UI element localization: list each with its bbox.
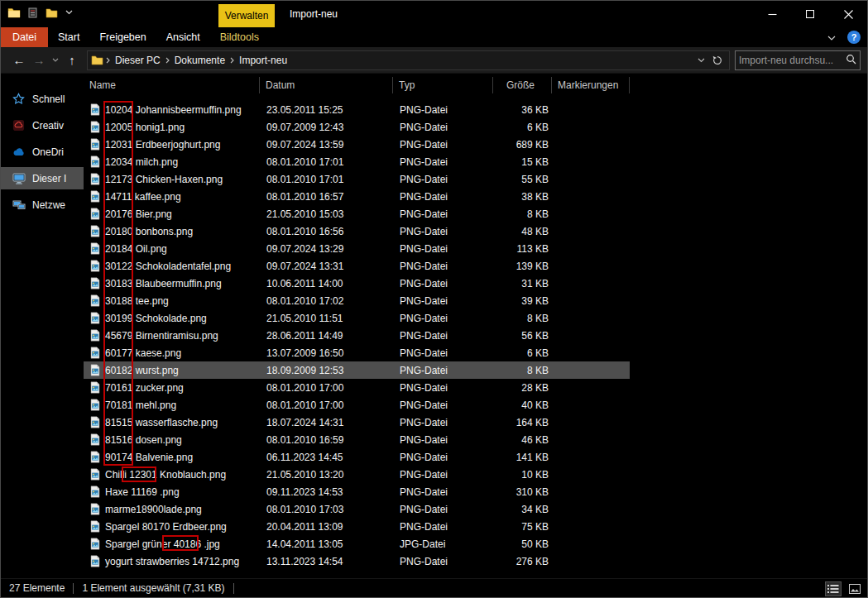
maximize-button[interactable]	[791, 1, 829, 27]
up-button[interactable]: ↑	[62, 50, 82, 70]
file-size: 164 KB	[493, 417, 552, 428]
breadcrumb-item-import-neu[interactable]: Import-neu	[236, 55, 290, 66]
computer-icon	[12, 173, 26, 184]
file-row[interactable]: 20176 Bier.png21.05.2010 15:03PNG-Datei8…	[84, 205, 630, 222]
file-row[interactable]: Haxe 11169 .png09.11.2023 14:53PNG-Datei…	[84, 483, 630, 500]
image-file-icon	[89, 347, 101, 359]
file-row[interactable]: 81516 dosen.png08.01.2010 16:59PNG-Datei…	[84, 431, 630, 448]
history-chevron-icon[interactable]	[49, 50, 62, 70]
file-row[interactable]: 30199 Schokolade.png21.05.2010 11:51PNG-…	[84, 309, 630, 327]
file-row[interactable]: 60182 wurst.png18.09.2009 12:53PNG-Datei…	[84, 361, 630, 379]
file-name-cell: 70181 mehl.png	[84, 399, 260, 411]
qat-new-folder-icon[interactable]	[46, 7, 58, 18]
file-type: PNG-Datei	[393, 434, 493, 446]
chevron-right-icon[interactable]	[228, 57, 236, 64]
file-row[interactable]: 45679 Birnentiramisu.png28.06.2011 14:49…	[84, 327, 630, 344]
sidebar-item-quick-access[interactable]: Schnell	[1, 88, 84, 110]
ribbon-expand-chevron-icon[interactable]	[827, 31, 836, 43]
file-date: 21.05.2010 13:20	[260, 469, 393, 481]
column-header-markierungen[interactable]: Markierungen	[552, 77, 630, 93]
tab-datei[interactable]: Datei	[1, 27, 48, 47]
file-row[interactable]: 60177 kaese.png13.07.2009 16:50PNG-Datei…	[84, 344, 630, 361]
chevron-right-icon	[104, 57, 112, 64]
file-date: 09.07.2024 13:59	[260, 139, 393, 151]
file-row[interactable]: 12173 Chicken-Haxen.png08.01.2010 17:01P…	[84, 170, 630, 188]
address-bar: ← → ↑ Dieser PC Dokumente Import-neu	[1, 47, 867, 74]
file-type: PNG-Datei	[393, 330, 493, 342]
tab-bildtools[interactable]: Bildtools	[210, 27, 269, 47]
star-icon	[12, 93, 26, 105]
file-name: 90174 Balvenie.png	[105, 452, 193, 463]
sidebar-item-label: Schnell	[32, 93, 65, 105]
column-header-name[interactable]: Name	[84, 77, 260, 93]
breadcrumb-item-dieser-pc[interactable]: Dieser PC	[112, 55, 164, 66]
file-row[interactable]: 30188 tee.png08.01.2010 17:02PNG-Datei39…	[84, 292, 630, 309]
sidebar-item-creative-cloud[interactable]: Creativ	[1, 114, 84, 136]
column-header-datum[interactable]: Datum	[260, 77, 393, 93]
file-row[interactable]: 12034 milch.png08.01.2010 17:01PNG-Datei…	[84, 153, 630, 170]
file-row[interactable]: Spargel 80170 Erdbeer.png20.04.2011 13:0…	[84, 518, 630, 535]
sidebar-item-label: Creativ	[32, 120, 64, 132]
qat-properties-icon[interactable]	[28, 7, 38, 18]
column-header-typ[interactable]: Typ	[393, 77, 493, 93]
file-row[interactable]: 12005 honig1.png09.07.2009 12:43PNG-Date…	[84, 118, 630, 136]
breadcrumb-item-dokumente[interactable]: Dokumente	[171, 55, 228, 66]
file-row[interactable]: 30122 Schokoladentafel.png09.07.2024 13:…	[84, 257, 630, 275]
search-input[interactable]	[739, 55, 846, 66]
file-row[interactable]: 90174 Balvenie.png06.11.2023 14:45PNG-Da…	[84, 448, 630, 466]
file-name: 12173 Chicken-Haxen.png	[105, 174, 223, 185]
sidebar-item-onedrive[interactable]: OneDri	[1, 141, 84, 163]
file-date: 09.07.2009 12:43	[260, 122, 393, 133]
file-row[interactable]: yogurt strawberries 14712.png13.11.2023 …	[84, 553, 630, 570]
minimize-button[interactable]	[753, 1, 791, 27]
file-type: PNG-Datei	[393, 139, 493, 151]
image-file-icon	[89, 173, 101, 185]
chevron-right-icon[interactable]	[164, 57, 171, 64]
file-name-cell: 81516 dosen.png	[84, 433, 260, 446]
tab-freigeben[interactable]: Freigeben	[89, 27, 156, 47]
file-row[interactable]: 20180 bonbons.png08.01.2010 16:56PNG-Dat…	[84, 222, 630, 240]
thumbnail-view-icon[interactable]	[847, 582, 862, 596]
file-row[interactable]: 30183 Blaubeermuffin.png10.06.2011 14:00…	[84, 275, 630, 292]
search-icon[interactable]	[846, 53, 856, 68]
back-button[interactable]: ←	[9, 50, 29, 70]
manage-contextual-tab[interactable]: Verwalten	[218, 4, 275, 27]
qat-customize-chevron-icon[interactable]	[65, 10, 73, 15]
sidebar-item-label: Netzwe	[32, 199, 65, 211]
ribbon-tab-bar: Datei Start Freigeben Ansicht Bildtools …	[1, 27, 867, 47]
image-file-icon	[89, 486, 101, 498]
file-name: 12005 honig1.png	[105, 122, 185, 133]
file-date: 08.01.2010 17:00	[260, 382, 393, 394]
file-row[interactable]: marme18900lade.png08.01.2010 17:03PNG-Da…	[84, 500, 630, 518]
forward-button[interactable]: →	[29, 50, 49, 70]
file-row[interactable]: 70181 mehl.png08.01.2010 17:00PNG-Datei4…	[84, 396, 630, 414]
image-file-icon	[89, 520, 101, 533]
file-row[interactable]: 14711 kaffee.png08.01.2010 16:57PNG-Date…	[84, 188, 630, 205]
file-row[interactable]: 81515 wasserflasche.png18.07.2024 14:31P…	[84, 414, 630, 431]
quick-access-toolbar	[7, 7, 73, 18]
help-icon[interactable]: ?	[847, 31, 861, 44]
file-row[interactable]: 12031 Erdbeerjoghurt.png09.07.2024 13:59…	[84, 136, 630, 153]
file-name-cell: 20176 Bier.png	[84, 208, 260, 220]
column-header-groesse[interactable]: Größe	[493, 77, 552, 93]
close-button[interactable]	[829, 1, 867, 27]
file-row[interactable]: Chilli 12301 Knoblauch.png21.05.2010 13:…	[84, 466, 630, 483]
main-area: Schnell Creativ OneDri Dieser I	[1, 74, 867, 578]
navigation-pane: Schnell Creativ OneDri Dieser I	[1, 74, 84, 578]
item-count: 27 Elemente	[9, 582, 65, 594]
file-row[interactable]: Spargel grüner 40186 .jpg14.04.2011 13:0…	[84, 535, 630, 553]
tab-ansicht[interactable]: Ansicht	[156, 27, 210, 47]
sidebar-item-dieser-pc[interactable]: Dieser I	[1, 167, 84, 189]
tab-start[interactable]: Start	[48, 27, 89, 47]
file-row[interactable]: 20184 Oil.png09.07.2024 13:29PNG-Datei11…	[84, 240, 630, 257]
address-dropdown-chevron-icon[interactable]	[693, 51, 709, 69]
file-row[interactable]: 10204 Johannisbeermuffin.png23.05.2011 1…	[84, 101, 630, 118]
file-date: 08.01.2010 16:56	[260, 226, 393, 237]
refresh-icon[interactable]	[709, 51, 726, 69]
sidebar-item-netzwerk[interactable]: Netzwe	[1, 194, 84, 216]
file-name: 20184 Oil.png	[105, 243, 167, 255]
details-view-icon[interactable]	[826, 582, 841, 596]
file-type: PNG-Datei	[393, 122, 493, 133]
file-row[interactable]: 70161 zucker.png08.01.2010 17:00PNG-Date…	[84, 379, 630, 396]
file-size: 10 KB	[493, 469, 552, 481]
